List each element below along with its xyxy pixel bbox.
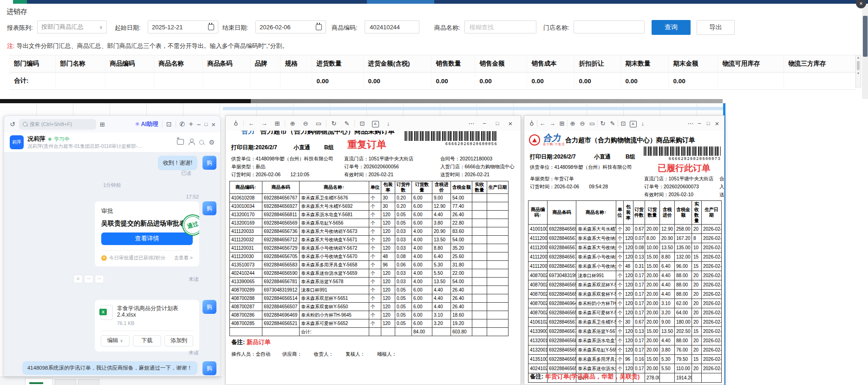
cell: 0.00 (475, 73, 527, 90)
close-window-icon[interactable]: × (505, 119, 516, 127)
page-scrollbar[interactable] (862, 4, 868, 99)
self-avatar[interactable]: 购 (202, 156, 216, 170)
thumbnails-icon[interactable]: ⊞ (557, 120, 567, 127)
zoom-in-icon[interactable]: ⊕ (287, 120, 298, 127)
export-button[interactable]: 导出 (697, 20, 735, 35)
add-member-icon[interactable] (189, 139, 195, 146)
cell: 15.00 (645, 355, 660, 364)
cell (472, 311, 487, 319)
cell (487, 278, 509, 286)
file-add-to-button[interactable]: 添加到 (164, 335, 193, 346)
zoom-out-icon[interactable]: ⊖ (300, 120, 311, 127)
spreadsheet-tab-bar[interactable] (0, 377, 222, 385)
points-link[interactable]: 去查看 > (174, 255, 193, 261)
close-window-icon[interactable]: × (713, 119, 721, 127)
scroll-down-icon[interactable]: ▼ (856, 71, 861, 76)
cell: 0.05 (395, 211, 412, 219)
cell: 6922884656927 (548, 225, 576, 234)
start-date-input[interactable]: 2025-12-21 (148, 20, 218, 33)
cell (472, 219, 487, 227)
history-icon[interactable]: ↺ (10, 121, 15, 127)
convert-icon[interactable]: ⊡ (357, 120, 368, 127)
scrollbar-thumb[interactable] (857, 61, 860, 70)
sent-message-bubble[interactable]: 收到！谢谢! (158, 156, 197, 170)
chat-search-icon[interactable] (199, 139, 204, 146)
approval-card[interactable]: 审批 吴联贵提交的新品进场审批表 通过 查看详情 ✶ 今日审批通过已获得2积分 … (95, 201, 199, 266)
zoom-in-icon[interactable]: ⊕ (568, 120, 577, 127)
order-item-row: 4133900656922884656781泰禾森系浴篮Y-5678个1200.… (529, 327, 722, 336)
quote-icon[interactable]: ⋯ (84, 275, 93, 283)
query-button[interactable]: 查询 (652, 20, 691, 35)
screen-share-icon[interactable]: ⊡ (166, 121, 172, 127)
rotate-icon[interactable]: ↻ (328, 120, 339, 127)
download-icon[interactable]: ↓ (638, 120, 647, 127)
cell: 合计: (300, 328, 369, 336)
self-avatar[interactable]: 购 (202, 361, 216, 375)
file-card[interactable]: X 非食学讯商品分货计划表2.4.xlsx 76.1 KB 编辑 ∨ 下载 添加… (95, 300, 199, 352)
pin-icon[interactable]: ⚲ (527, 120, 536, 127)
ocr-icon[interactable]: A (370, 119, 381, 127)
calendar-icon[interactable] (208, 24, 214, 30)
store-name-field[interactable] (574, 20, 645, 33)
self-avatar[interactable]: 购 (202, 201, 216, 215)
self-avatar[interactable]: 购 (202, 300, 216, 314)
product-code-field[interactable] (365, 20, 419, 33)
phone-icon[interactable]: ✆ (180, 121, 185, 127)
edit-icon[interactable]: ✎ (608, 120, 617, 127)
ai-assistant-button[interactable]: ✳ AI助理 (135, 120, 158, 128)
sheet-tab[interactable] (78, 379, 99, 385)
column-header: 生产日期 (702, 201, 722, 225)
page-scrollbar-thumb[interactable] (863, 16, 868, 57)
settings-gear-icon[interactable]: ⚙ (209, 139, 215, 146)
cell: 个 (369, 219, 381, 227)
download-icon[interactable]: ↓ (383, 120, 394, 127)
forward-icon[interactable]: → (548, 120, 557, 127)
pin-icon[interactable]: ⚲ (230, 120, 241, 127)
scroll-up-icon[interactable]: ▲ (856, 55, 861, 60)
maximize-icon[interactable]: □ (492, 120, 503, 126)
end-date-input[interactable]: 2026-02-06 (255, 20, 326, 33)
calendar-icon[interactable] (316, 24, 322, 30)
new-chat-icon[interactable]: + (189, 120, 193, 128)
column-header: 商品编码 (105, 55, 154, 73)
minimize-icon[interactable]: − (479, 120, 490, 127)
product-code-input[interactable] (369, 23, 415, 31)
back-icon[interactable]: ← (246, 120, 257, 127)
close-window-icon[interactable]: × (211, 121, 215, 128)
rotate-icon[interactable]: ↻ (598, 120, 607, 127)
fit-page-icon[interactable]: ▭ (313, 120, 324, 127)
store-name-input[interactable] (578, 23, 640, 31)
search-input[interactable]: 搜索 (Ctrl+Shift+F) (19, 119, 96, 130)
back-icon[interactable]: ← (538, 120, 547, 127)
report-type-select[interactable]: 按部门商品汇总 ∨ (37, 20, 107, 33)
product-name-input[interactable] (469, 23, 532, 31)
pdf-page[interactable]: 合力 合力超市（合力购物物流中心）商品采购订单 6666202602060005… (226, 131, 521, 385)
product-name-field[interactable] (464, 20, 536, 33)
peer-avatar[interactable]: 莉萍 (10, 135, 24, 149)
file-download-button[interactable]: 下载 (133, 335, 162, 346)
zoom-out-icon[interactable]: ⊖ (578, 120, 587, 127)
ocr-icon[interactable]: A (628, 119, 638, 127)
sheet-tab-active[interactable] (25, 378, 53, 385)
reaction-icon[interactable]: ☺ (73, 275, 83, 283)
edit-icon[interactable]: ✎ (341, 120, 352, 127)
forward-icon[interactable]: → (259, 120, 270, 127)
thumbnails-icon[interactable]: ⊞ (272, 120, 283, 127)
more-icon[interactable]: ⋯ (466, 120, 477, 127)
convert-icon[interactable]: ⊡ (619, 120, 628, 127)
file-edit-button[interactable]: 编辑 ∨ (101, 335, 130, 346)
sent-message-bubble[interactable]: 4148098系统滚的学讯订单，我让供应商报备，麻烦通过一下，谢谢！ (22, 361, 197, 375)
maximize-icon[interactable]: □ (205, 122, 208, 127)
minimize-icon[interactable]: − (197, 121, 201, 128)
apps-grid-icon[interactable]: ⊞ (100, 121, 105, 127)
fit-page-icon[interactable]: ▭ (587, 120, 597, 127)
sheet-tab[interactable] (55, 379, 76, 385)
view-details-button[interactable]: 查看详情 (101, 232, 193, 245)
more-icon[interactable]: ⋯ (95, 275, 104, 283)
table-scrollbar[interactable]: ▲ ▼ (855, 55, 861, 87)
minimize-icon[interactable]: − (695, 120, 704, 127)
pdf-page[interactable]: 合力 合力购 力生活 合力超市（合力购物物流中心）商品采购订单 66662026… (524, 131, 724, 385)
maximize-icon[interactable]: □ (704, 120, 712, 126)
folder-icon[interactable] (177, 139, 184, 146)
more-icon[interactable]: ⋯ (686, 120, 695, 127)
